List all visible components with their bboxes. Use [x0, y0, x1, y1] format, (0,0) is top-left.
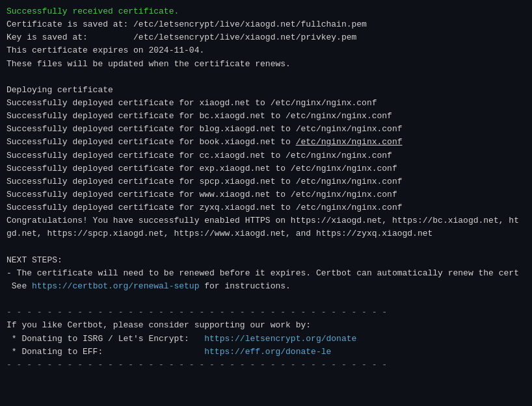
line-deploy-1: Successfully deployed certificate for xi…: [7, 97, 525, 110]
line-3: Key is saved at: /etc/letsencrypt/live/x…: [7, 31, 525, 44]
donate-isrg: * Donating to ISRG / Let's Encrypt: http…: [7, 333, 525, 346]
eff-url: https://eff.org/donate-le: [204, 347, 331, 357]
donate-eff: * Donating to EFF: https://eff.org/donat…: [7, 346, 525, 359]
next-steps-line-2: See https://certbot.org/renewal-setup fo…: [7, 280, 525, 293]
next-steps-header: NEXT STEPS:: [7, 254, 525, 267]
line-deploy-4: Successfully deployed certificate for bo…: [7, 136, 525, 149]
spacer-2: [7, 241, 525, 254]
line-deploy-9: Successfully deployed certificate for zy…: [7, 201, 525, 214]
separator-2: - - - - - - - - - - - - - - - - - - - - …: [7, 359, 525, 372]
line-deploy-5: Successfully deployed certificate for cc…: [7, 149, 525, 162]
isrg-url: https://letsencrypt.org/donate: [204, 334, 356, 344]
line-deploying: Deploying certificate: [7, 84, 525, 97]
line-deploy-7: Successfully deployed certificate for sp…: [7, 175, 525, 188]
line-4: This certificate expires on 2024-11-04.: [7, 44, 525, 57]
line-5: These files will be updated when the cer…: [7, 58, 525, 71]
line-deploy-2: Successfully deployed certificate for bc…: [7, 110, 525, 123]
next-steps-line-1: - The certificate will need to be renewe…: [7, 267, 525, 280]
line-congrats-1: Congratulations! You have successfully e…: [7, 214, 525, 227]
line-deploy-8: Successfully deployed certificate for ww…: [7, 188, 525, 201]
line-deploy-3: Successfully deployed certificate for bl…: [7, 123, 525, 136]
line-congrats-2: gd.net, https://spcp.xiaogd.net, https:/…: [7, 227, 525, 240]
spacer-1: [7, 71, 525, 84]
spacer-3: [7, 293, 525, 306]
terminal-window: Successfully received certificate. Certi…: [0, 0, 532, 406]
separator-1: - - - - - - - - - - - - - - - - - - - - …: [7, 306, 525, 319]
certbot-url: https://certbot.org/renewal-setup: [32, 281, 199, 291]
line-1: Successfully received certificate.: [7, 5, 525, 18]
line-2: Certificate is saved at: /etc/letsencryp…: [7, 18, 525, 31]
underlined-path: /etc/nginx/nginx.conf: [296, 137, 403, 147]
line-deploy-6: Successfully deployed certificate for ex…: [7, 162, 525, 175]
support-header: If you like Certbot, please consider sup…: [7, 319, 525, 332]
